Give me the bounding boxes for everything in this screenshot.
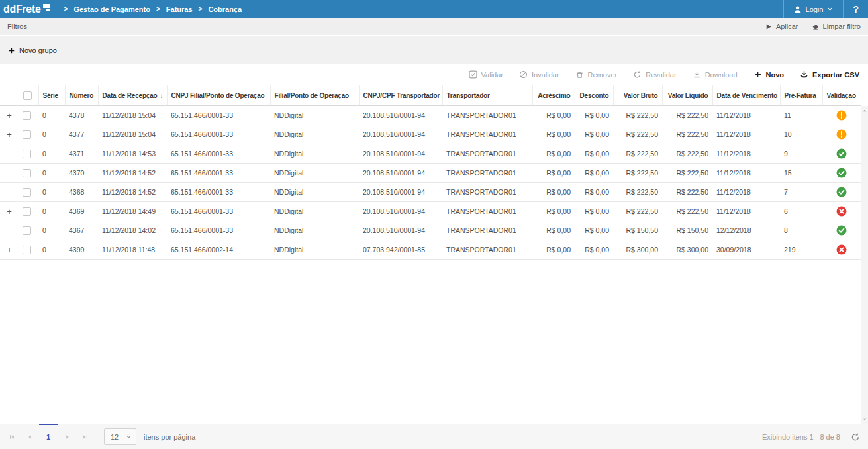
row-checkbox[interactable] [23, 130, 31, 139]
page-number-button[interactable]: 1 [38, 424, 58, 449]
cell-valor_liquido: R$ 222,50 [662, 106, 712, 125]
first-page-button[interactable] [3, 424, 21, 449]
column-header-cnpj_filial[interactable]: CNPJ Filial/Ponto de Operação [167, 85, 270, 106]
cell-numero: 4399 [65, 240, 98, 260]
help-button[interactable]: ? [844, 0, 868, 18]
cell-desconto: R$ 0,00 [575, 221, 613, 240]
cell-filial: NDDigital [270, 202, 359, 221]
expand-row-button[interactable]: + [7, 207, 12, 216]
expand-row-button[interactable]: + [7, 246, 12, 254]
toolbar-button-label: Revalidar [646, 71, 676, 79]
cell-data_vencimento: 11/12/2018 [712, 144, 780, 164]
cell-select [19, 106, 38, 125]
column-header-desconto[interactable]: Desconto [575, 85, 613, 106]
column-header-pre_fatura[interactable]: Pré-Fatura [780, 85, 822, 106]
cell-desconto: R$ 0,00 [575, 202, 613, 221]
column-header-label: Filial/Ponto de Operação [275, 92, 349, 99]
cell-serie: 0 [38, 183, 65, 202]
breadcrumb-item[interactable]: Faturas [166, 5, 193, 13]
select-all-checkbox[interactable] [23, 91, 32, 100]
toolbar-button-download[interactable]: Download [693, 70, 738, 79]
prev-page-button[interactable] [21, 424, 38, 449]
row-checkbox[interactable] [23, 226, 31, 235]
toolbar-button-label: Validar [481, 71, 503, 79]
column-header-cnpj_transportador[interactable]: CNPJ/CPF Transportador [359, 85, 442, 106]
row-checkbox[interactable] [23, 150, 31, 158]
refresh-icon[interactable] [851, 432, 860, 442]
apply-filter-button[interactable]: Aplicar [765, 23, 798, 30]
cell-expand [0, 183, 19, 202]
cell-desconto: R$ 0,00 [575, 125, 613, 144]
scroll-up-icon[interactable] [862, 108, 867, 113]
toolbar-button-remover[interactable]: Remover [575, 70, 618, 79]
column-header-transportador[interactable]: Transportador [442, 85, 532, 106]
cell-validacao [822, 164, 861, 183]
cell-select [19, 144, 38, 164]
cell-validacao [822, 202, 861, 221]
toolbar-button-validar[interactable]: Validar [469, 70, 503, 79]
cell-expand [0, 164, 19, 183]
column-header-serie[interactable]: Série [38, 85, 65, 106]
cell-serie: 0 [38, 125, 65, 144]
table-row: 0437111/12/2018 14:5365.151.466/0001-33N… [0, 144, 861, 164]
cell-numero: 4369 [65, 202, 98, 221]
status-error-icon [836, 244, 847, 255]
new-group-button[interactable]: Novo grupo [8, 46, 57, 54]
app-logo[interactable]: ddFrete [0, 0, 56, 18]
row-checkbox[interactable] [23, 207, 31, 216]
toolbar-button-revalidar[interactable]: Revalidar [633, 70, 676, 79]
row-checkbox[interactable] [23, 246, 31, 254]
refresh-icon [633, 70, 642, 79]
toolbar-button-invalidar[interactable]: Invalidar [519, 70, 559, 79]
chevron-down-icon [827, 6, 833, 12]
column-header-valor_liquido[interactable]: Valor Líquido [662, 85, 712, 106]
trash-icon [575, 70, 584, 79]
row-checkbox[interactable] [23, 188, 31, 197]
next-page-button[interactable] [58, 424, 76, 449]
cell-numero: 4371 [65, 144, 98, 164]
breadcrumb-item[interactable]: Cobrança [208, 5, 242, 13]
column-header-data_recepcao[interactable]: Data de Recepção↓ [98, 85, 167, 106]
login-menu[interactable]: Login [784, 0, 844, 18]
cell-valor_bruto: R$ 222,50 [613, 164, 662, 183]
cell-select [19, 164, 38, 183]
cell-validacao [822, 183, 861, 202]
vertical-scrollbar[interactable] [861, 106, 868, 424]
toolbar-button-label: Download [705, 71, 738, 79]
cell-validacao [822, 221, 861, 240]
table-row: +0436911/12/2018 14:4965.151.466/0001-33… [0, 202, 861, 221]
column-header-valor_bruto[interactable]: Valor Bruto [613, 85, 662, 106]
cell-desconto: R$ 0,00 [575, 240, 613, 260]
cell-valor_liquido: R$ 222,50 [662, 125, 712, 144]
page-size-select[interactable]: 12 [104, 428, 136, 445]
login-label: Login [806, 5, 824, 13]
column-header-label: Pré-Fatura [785, 92, 816, 99]
column-header-filial[interactable]: Filial/Ponto de Operação [270, 85, 359, 106]
row-checkbox[interactable] [23, 111, 31, 120]
column-header-numero[interactable]: Número [65, 85, 98, 106]
apply-filter-label: Aplicar [776, 23, 798, 30]
cell-filial: NDDigital [270, 164, 359, 183]
toolbar-button-novo[interactable]: Novo [753, 70, 785, 79]
cell-data_recepcao: 11/12/2018 15:04 [98, 106, 167, 125]
column-header-expand[interactable] [0, 85, 19, 106]
column-header-select[interactable] [19, 85, 38, 106]
cell-cnpj_filial: 65.151.466/0001-33 [167, 183, 270, 202]
scroll-down-icon[interactable] [862, 417, 867, 422]
cell-data_recepcao: 11/12/2018 15:04 [98, 125, 167, 144]
expand-row-button[interactable]: + [7, 111, 12, 120]
cell-serie: 0 [38, 202, 65, 221]
page-size-label: itens por página [144, 433, 195, 441]
column-header-acrescimo[interactable]: Acréscimo [532, 85, 575, 106]
expand-row-button[interactable]: + [7, 130, 12, 139]
column-header-validacao[interactable]: Validação [822, 85, 861, 106]
invoices-grid: SérieNúmeroData de Recepção↓CNPJ Filial/… [0, 85, 861, 260]
clear-filter-button[interactable]: Limpar filtro [812, 23, 861, 30]
column-header-data_vencimento[interactable]: Data de Vencimento [712, 85, 780, 106]
last-page-button[interactable] [76, 424, 94, 449]
cell-cnpj_filial: 65.151.466/0001-33 [167, 106, 270, 125]
breadcrumb-item[interactable]: Gestão de Pagamento [73, 5, 150, 13]
cell-cnpj_transportador: 20.108.510/0001-94 [359, 202, 442, 221]
row-checkbox[interactable] [23, 169, 31, 177]
toolbar-button-exportar-csv[interactable]: Exportar CSV [800, 70, 859, 79]
